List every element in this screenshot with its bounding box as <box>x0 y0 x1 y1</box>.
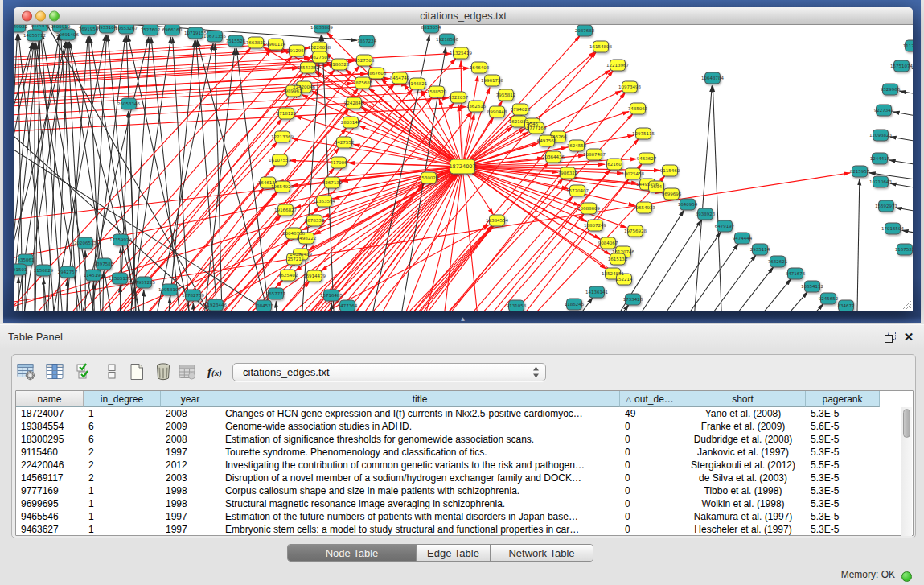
table-cell[interactable]: 1 <box>88 407 161 420</box>
resize-grip-icon[interactable] <box>902 300 912 310</box>
table-cell[interactable]: 0 <box>625 484 680 497</box>
table-cell[interactable]: 14569117 <box>21 472 84 484</box>
table-cell[interactable]: Hescheler et al. (1997) <box>680 523 806 536</box>
table-cell[interactable]: 0 <box>625 459 680 472</box>
table-cell[interactable]: 2012 <box>166 459 220 472</box>
table-cell[interactable]: 2008 <box>166 407 220 420</box>
column-header-in_degree[interactable]: in_degree <box>84 391 161 407</box>
table-cell[interactable]: 1997 <box>166 510 220 523</box>
table-cell[interactable]: 5.9E-5 <box>811 433 880 446</box>
tab-edge-table[interactable]: Edge Table <box>417 545 491 561</box>
table-row[interactable]: 969969511998Structural magnetic resonanc… <box>16 497 913 510</box>
table-row[interactable]: 911546021997Tourette syndrome. Phenomeno… <box>16 446 913 459</box>
network-graph-canvas[interactable]: 8949922107593196059101405571220691406769… <box>14 25 913 311</box>
table-cell[interactable]: 6 <box>88 433 161 446</box>
table-cell[interactable]: 2 <box>88 446 161 459</box>
table-cell[interactable]: 1998 <box>166 484 220 497</box>
table-select-dropdown[interactable]: citations_edges.txt <box>232 363 546 381</box>
table-cell[interactable]: 6 <box>88 420 161 433</box>
table-cell[interactable]: 5.6E-5 <box>811 420 880 433</box>
table-cell[interactable]: Structural magnetic resonance image aver… <box>225 497 620 510</box>
table-cell[interactable]: 5.3E-5 <box>811 484 880 497</box>
table-vertical-scrollbar[interactable] <box>901 407 912 536</box>
table-cell[interactable]: 0 <box>625 523 680 536</box>
table-cell[interactable]: 9777169 <box>21 484 84 497</box>
tab-node-table[interactable]: Node Table <box>288 545 417 561</box>
citation-network-graph[interactable]: 8949922107593196059101405571220691406769… <box>14 25 913 311</box>
close-panel-icon[interactable]: ✕ <box>902 331 915 344</box>
table-cell[interactable]: 0 <box>625 433 680 446</box>
table-cell[interactable]: 1 <box>88 497 161 510</box>
table-cell[interactable]: 1 <box>88 510 161 523</box>
table-cell[interactable]: 5.3E-5 <box>811 407 880 420</box>
table-row[interactable]: 977716911998Corpus callosum shape and si… <box>16 484 913 497</box>
table-cell[interactable]: 1 <box>88 523 161 536</box>
table-cell[interactable]: 9699695 <box>21 497 84 510</box>
table-cell[interactable]: 49 <box>625 407 680 420</box>
table-cell[interactable]: 1 <box>88 484 161 497</box>
table-cell[interactable]: Tourette syndrome. Phenomenology and cla… <box>225 446 620 459</box>
table-cell[interactable]: Yano et al. (2008) <box>680 407 806 420</box>
tab-network-table[interactable]: Network Table <box>491 545 593 561</box>
table-cell[interactable]: Disruption of a novel member of a sodium… <box>225 472 620 484</box>
table-cell[interactable]: 9115460 <box>21 446 84 459</box>
table-cell[interactable]: Tibbo et al. (1998) <box>680 484 806 497</box>
network-view-window[interactable]: citations_edges.txt 89499221075931960591… <box>14 7 913 311</box>
table-cell[interactable]: 2008 <box>166 433 220 446</box>
table-cell[interactable]: Jankovic et al. (1997) <box>680 446 806 459</box>
table-cell[interactable]: 1997 <box>166 523 220 536</box>
table-cell[interactable]: 5.3E-5 <box>811 472 880 484</box>
row-select-icon[interactable] <box>75 362 94 381</box>
table-cell[interactable]: 0 <box>625 420 680 433</box>
table-cell[interactable]: 5.5E-5 <box>811 459 880 472</box>
table-cell[interactable]: Wolkin et al. (1998) <box>680 497 806 510</box>
table-row[interactable]: 946362711997Embryonic stem cells: a mode… <box>16 523 913 536</box>
table-cell[interactable]: Stergiakouli et al. (2012) <box>680 459 806 472</box>
table-cell[interactable]: Nakamura et al. (1997) <box>680 510 806 523</box>
table-cell[interactable]: Changes of HCN gene expression and I(f) … <box>225 407 620 420</box>
table-row[interactable]: 1456911722003Disruption of a novel membe… <box>16 472 913 484</box>
table-cell[interactable]: 9463627 <box>21 523 84 536</box>
table-cell[interactable]: 0 <box>625 472 680 484</box>
table-row[interactable]: 2242004622012Investigating the contribut… <box>16 459 913 472</box>
column-header-out_de[interactable]: △out_de… <box>620 391 680 407</box>
table-row[interactable]: 1938455462009Genome-wide association stu… <box>16 420 913 433</box>
table-row[interactable]: 1872400712008Changes of HCN gene express… <box>16 407 913 420</box>
table-cell[interactable]: Corpus callosum shape and size in male p… <box>225 484 620 497</box>
table-cell[interactable]: 9465546 <box>21 510 84 523</box>
table-cell[interactable]: de Silva et al. (2003) <box>680 472 806 484</box>
table-cell[interactable]: 19384554 <box>21 420 84 433</box>
table-cell[interactable]: 5.3E-5 <box>811 523 880 536</box>
table-cell[interactable]: 2 <box>88 459 161 472</box>
column-header-title[interactable]: title <box>220 391 620 407</box>
scrollbar-thumb[interactable] <box>903 409 910 438</box>
function-builder-icon[interactable]: f(x) <box>207 362 232 381</box>
window-titlebar[interactable]: citations_edges.txt <box>14 7 913 25</box>
table-cell[interactable]: Embryonic stem cells: a model to study s… <box>225 523 620 536</box>
table-cell[interactable]: 0 <box>625 497 680 510</box>
table-cell[interactable]: 2003 <box>166 472 220 484</box>
table-row[interactable]: 1830029562008Estimation of significance … <box>16 433 913 446</box>
table-cell[interactable]: 2 <box>88 472 161 484</box>
table-cell[interactable]: 18300295 <box>21 433 84 446</box>
table-cell[interactable]: 0 <box>625 510 680 523</box>
table-cell[interactable]: 22420046 <box>21 459 84 472</box>
table-options-icon[interactable] <box>17 362 36 381</box>
table-cell[interactable]: 1998 <box>166 497 220 510</box>
table-cell[interactable]: 0 <box>625 446 680 459</box>
table-cell[interactable]: 5.3E-5 <box>811 510 880 523</box>
column-header-year[interactable]: year <box>161 391 220 407</box>
table-cell[interactable]: 2009 <box>166 420 220 433</box>
import-table-icon[interactable] <box>178 362 197 381</box>
column-header-pagerank[interactable]: pagerank <box>806 391 880 407</box>
column-select-icon[interactable] <box>45 362 64 381</box>
table-row[interactable]: 946554611997Estimation of the future num… <box>16 510 913 523</box>
table-cell[interactable]: Investigating the contribution of common… <box>225 459 620 472</box>
delete-table-icon[interactable] <box>154 362 173 381</box>
float-window-icon[interactable] <box>885 332 896 343</box>
table-cell[interactable]: Dudbridge et al. (2008) <box>680 433 806 446</box>
table-cell[interactable]: Estimation of the future numbers of pati… <box>225 510 620 523</box>
new-table-icon[interactable] <box>127 362 146 381</box>
table-cell[interactable]: Franke et al. (2009) <box>680 420 806 433</box>
cell-icon[interactable] <box>102 362 121 381</box>
